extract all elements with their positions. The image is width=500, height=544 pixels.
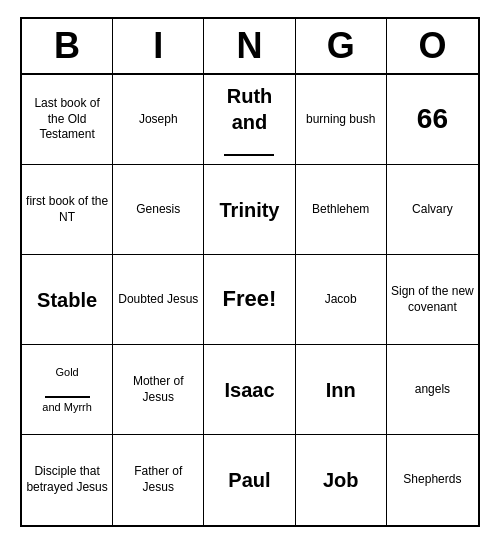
- bingo-cell-3: burning bush: [296, 75, 387, 165]
- bingo-cell-11: Doubted Jesus: [113, 255, 204, 345]
- header-letter-b: B: [22, 19, 113, 73]
- header-letter-g: G: [296, 19, 387, 73]
- bingo-cell-5: first book of the NT: [22, 165, 113, 255]
- bingo-cell-23: Job: [296, 435, 387, 525]
- cell-text-12: Free!: [223, 285, 277, 314]
- cell-text-3: burning bush: [306, 112, 375, 128]
- cell-text-10: Stable: [37, 287, 97, 313]
- bingo-cell-6: Genesis: [113, 165, 204, 255]
- cell-text-16: Mother of Jesus: [117, 374, 199, 405]
- bingo-cell-18: Inn: [296, 345, 387, 435]
- cell-ruth-and: Ruth and: [208, 83, 290, 157]
- cell-text-23: Job: [323, 467, 359, 493]
- cell-text-18: Inn: [326, 377, 356, 403]
- bingo-cell-14: Sign of the new covenant: [387, 255, 478, 345]
- cell-text-17: Isaac: [224, 377, 274, 403]
- bingo-cell-24: Shepherds: [387, 435, 478, 525]
- cell-text-0: Last book of the Old Testament: [26, 96, 108, 143]
- cell-text-7: Trinity: [219, 197, 279, 223]
- cell-text-22: Paul: [228, 467, 270, 493]
- bingo-cell-8: Bethlehem: [296, 165, 387, 255]
- bingo-cell-15: Gold and Myrrh: [22, 345, 113, 435]
- bingo-cell-4: 66: [387, 75, 478, 165]
- bingo-cell-7: Trinity: [204, 165, 295, 255]
- cell-text-14: Sign of the new covenant: [391, 284, 474, 315]
- bingo-cell-13: Jacob: [296, 255, 387, 345]
- header-letter-n: N: [204, 19, 295, 73]
- cell-text-20: Disciple that betrayed Jesus: [26, 464, 108, 495]
- bingo-cell-12: Free!: [204, 255, 295, 345]
- cell-text-1: Joseph: [139, 112, 178, 128]
- bingo-header: BINGO: [22, 19, 478, 75]
- bingo-cell-19: angels: [387, 345, 478, 435]
- bingo-cell-17: Isaac: [204, 345, 295, 435]
- bingo-cell-2: Ruth and: [204, 75, 295, 165]
- bingo-card: BINGO Last book of the Old TestamentJose…: [20, 17, 480, 527]
- header-letter-o: O: [387, 19, 478, 73]
- cell-text-11: Doubted Jesus: [118, 292, 198, 308]
- bingo-cell-10: Stable: [22, 255, 113, 345]
- bingo-cell-21: Father of Jesus: [113, 435, 204, 525]
- cell-text-19: angels: [415, 382, 450, 398]
- cell-text-21: Father of Jesus: [117, 464, 199, 495]
- bingo-grid: Last book of the Old TestamentJosephRuth…: [22, 75, 478, 525]
- cell-text-13: Jacob: [325, 292, 357, 308]
- cell-text-8: Bethlehem: [312, 202, 369, 218]
- bingo-cell-16: Mother of Jesus: [113, 345, 204, 435]
- bingo-cell-1: Joseph: [113, 75, 204, 165]
- cell-text-9: Calvary: [412, 202, 453, 218]
- cell-text-4: 66: [417, 101, 448, 137]
- cell-text-5: first book of the NT: [26, 194, 108, 225]
- cell-text-6: Genesis: [136, 202, 180, 218]
- bingo-cell-9: Calvary: [387, 165, 478, 255]
- cell-text-24: Shepherds: [403, 472, 461, 488]
- bingo-cell-0: Last book of the Old Testament: [22, 75, 113, 165]
- bingo-cell-22: Paul: [204, 435, 295, 525]
- header-letter-i: I: [113, 19, 204, 73]
- cell-gold-myrrh: Gold and Myrrh: [42, 365, 92, 414]
- bingo-cell-20: Disciple that betrayed Jesus: [22, 435, 113, 525]
